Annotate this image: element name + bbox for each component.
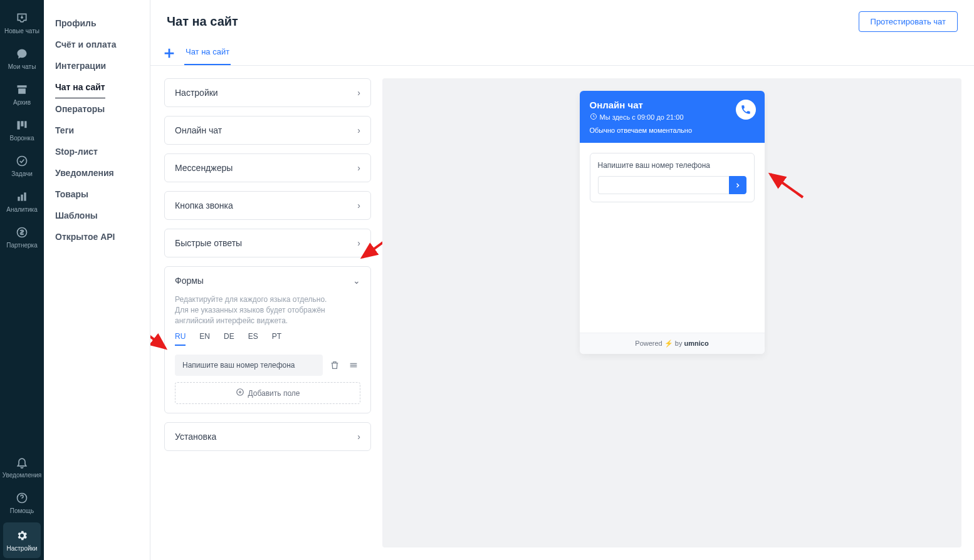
sidebar-item-funnel[interactable]: Воронка	[0, 112, 44, 148]
svg-rect-2	[24, 121, 26, 128]
annotation-arrow-icon	[764, 169, 808, 200]
sidebar-label: Настройки	[6, 545, 37, 552]
widget-reply-note: Обычно отвечаем моментально	[590, 127, 755, 134]
lang-tab-en[interactable]: EN	[199, 332, 210, 346]
form-field-input[interactable]	[175, 355, 323, 376]
chevron-right-icon: ›	[357, 432, 360, 442]
accordion-title: Онлайн чат	[175, 125, 222, 135]
add-field-button[interactable]: Добавить поле	[175, 382, 360, 404]
sidebar-item-notifications[interactable]: Уведомления	[0, 449, 44, 485]
sidebar-item-settings[interactable]: Настройки	[3, 522, 41, 558]
chevron-right-icon: ›	[357, 200, 360, 210]
sidebar-item-my-chats[interactable]: Мои чаты	[0, 41, 44, 76]
accordion-title: Установка	[175, 432, 216, 442]
language-tabs: RU EN DE ES PT	[175, 332, 360, 346]
svg-rect-5	[21, 195, 23, 201]
accordion-messengers[interactable]: Мессенджеры›	[164, 153, 371, 182]
widget-footer: Powered ⚡ by umnico	[580, 333, 765, 354]
kanban-icon	[15, 118, 29, 132]
sidebar-item-analytics[interactable]: Аналитика	[0, 184, 44, 219]
archive-icon	[15, 83, 29, 96]
widget-phone-input[interactable]	[598, 176, 729, 194]
lang-tab-es[interactable]: ES	[248, 332, 258, 346]
accordion-title: Быстрые ответы	[175, 238, 242, 248]
accordion-online-chat[interactable]: Онлайн чат›	[164, 116, 371, 145]
lang-tab-de[interactable]: DE	[224, 332, 234, 346]
sidebar-item-partner[interactable]: Партнерка	[0, 219, 44, 255]
accordion-forms: Формы ⌄ Редактируйте для каждого языка о…	[164, 266, 371, 413]
widget-form-label: Напишите ваш номер телефона	[598, 161, 746, 170]
delete-field-button[interactable]	[328, 358, 342, 372]
plus-circle-icon	[236, 388, 244, 398]
page-title: Чат на сайт	[167, 14, 238, 29]
sidebar-label: Уведомления	[3, 472, 42, 479]
sidebar-label: Новые чаты	[4, 28, 39, 34]
add-field-label: Добавить поле	[248, 389, 300, 398]
menu-item-operators[interactable]: Операторы	[55, 98, 139, 120]
chevron-right-icon: ›	[357, 163, 360, 173]
menu-item-integrations[interactable]: Интеграции	[55, 55, 139, 76]
bell-icon	[15, 455, 29, 469]
sidebar-label: Аналитика	[6, 206, 38, 213]
widget-submit-button[interactable]	[729, 176, 746, 194]
sidebar-item-help[interactable]: Помощь	[0, 485, 44, 521]
menu-item-templates[interactable]: Шаблоны	[55, 205, 139, 226]
primary-sidebar: Новые чаты Мои чаты Архив Воронка Задачи…	[0, 0, 44, 560]
sidebar-item-new-chats[interactable]: Новые чаты	[0, 5, 44, 41]
menu-item-api[interactable]: Открытое API	[55, 226, 139, 247]
menu-item-billing[interactable]: Счёт и оплата	[55, 34, 139, 55]
widget-brand: umnico	[684, 340, 709, 347]
chevron-right-icon: ›	[357, 238, 360, 248]
drag-handle-icon[interactable]	[347, 358, 360, 372]
menu-item-livechat[interactable]: Чат на сайт	[55, 76, 105, 98]
main-content: Чат на сайт Протестировать чат Чат на са…	[150, 0, 974, 560]
accordion-forms-header[interactable]: Формы ⌄	[165, 267, 370, 294]
accordion-install[interactable]: Установка›	[164, 422, 371, 451]
svg-rect-0	[18, 121, 20, 129]
accordion-settings[interactable]: Настройки›	[164, 78, 371, 107]
sidebar-label: Воронка	[9, 135, 34, 142]
lang-tab-pt[interactable]: PT	[272, 332, 281, 346]
phone-badge-button[interactable]	[736, 100, 756, 120]
add-tab-button[interactable]	[162, 46, 177, 61]
test-chat-button[interactable]: Протестировать чат	[859, 11, 958, 32]
sidebar-label: Мои чаты	[8, 63, 36, 70]
accordion-title: Мессенджеры	[175, 163, 233, 173]
menu-item-profile[interactable]: Профиль	[55, 13, 139, 34]
chevron-down-icon: ⌄	[353, 276, 360, 286]
check-circle-icon	[15, 154, 29, 168]
sidebar-label: Задачи	[11, 170, 33, 177]
widget-preview: Онлайн чат Мы здесь с 09:00 до 21:00 Обы…	[580, 91, 765, 354]
tab-livechat[interactable]: Чат на сайт	[184, 41, 231, 65]
svg-rect-4	[18, 197, 19, 201]
bolt-icon: ⚡	[664, 340, 673, 347]
sidebar-label: Архив	[13, 99, 31, 106]
gear-icon	[15, 529, 29, 542]
settings-submenu: Профиль Счёт и оплата Интеграции Чат на …	[44, 0, 150, 560]
sidebar-label: Помощь	[10, 507, 34, 514]
svg-line-11	[150, 331, 165, 348]
menu-item-goods[interactable]: Товары	[55, 184, 139, 205]
sidebar-item-tasks[interactable]: Задачи	[0, 148, 44, 184]
clock-icon	[590, 113, 597, 122]
svg-line-13	[770, 174, 803, 197]
accordion-title: Настройки	[175, 88, 218, 98]
dollar-circle-icon	[15, 226, 29, 239]
bar-chart-icon	[15, 190, 29, 204]
svg-point-3	[18, 157, 27, 166]
svg-rect-6	[24, 192, 26, 200]
accordion-title: Кнопка звонка	[175, 200, 233, 210]
menu-item-tags[interactable]: Теги	[55, 120, 139, 141]
widget-header: Онлайн чат Мы здесь с 09:00 до 21:00 Обы…	[580, 91, 765, 143]
accordion-quick-replies[interactable]: Быстрые ответы›	[164, 229, 371, 257]
inbox-download-icon	[15, 11, 29, 25]
menu-item-stoplist[interactable]: Stop-лист	[55, 141, 139, 162]
widget-hours: Мы здесь с 09:00 до 21:00	[600, 113, 684, 121]
menu-item-notifications[interactable]: Уведомления	[55, 162, 139, 184]
accordion-call-button[interactable]: Кнопка звонка›	[164, 191, 371, 220]
lang-tab-ru[interactable]: RU	[175, 332, 186, 346]
sidebar-label: Партнерка	[6, 242, 37, 249]
widget-form-card: Напишите ваш номер телефона	[590, 153, 755, 202]
svg-rect-1	[21, 121, 23, 126]
sidebar-item-archive[interactable]: Архив	[0, 76, 44, 112]
